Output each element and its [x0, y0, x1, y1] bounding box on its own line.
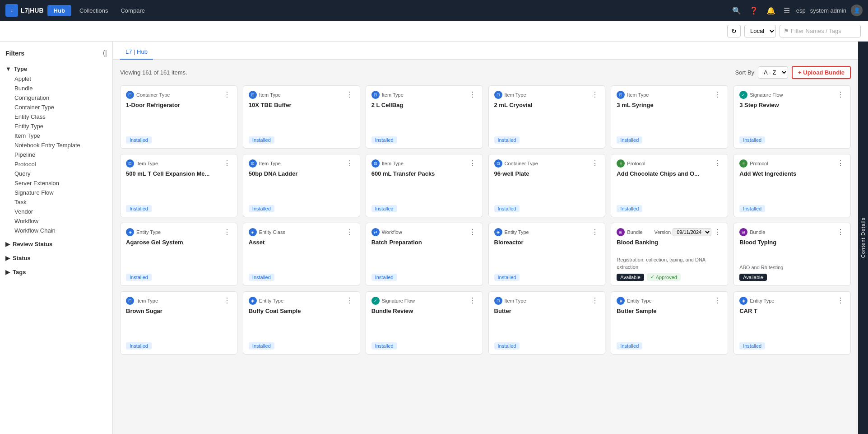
filter-item-applet[interactable]: Applet: [5, 74, 107, 84]
card-title: 2 L CellBag: [371, 102, 477, 134]
card-desc: Registration, collection, typing, and DN…: [617, 257, 722, 271]
installed-badge: Installed: [617, 205, 642, 212]
card-title: Agarose Gel System: [126, 239, 232, 271]
card-type-label: Entity Type: [259, 298, 283, 303]
card-menu-button[interactable]: ⋮: [713, 296, 722, 305]
card-menu-button[interactable]: ⋮: [836, 90, 845, 99]
card-type-label: Signature Flow: [750, 92, 783, 98]
filter-type-header[interactable]: ▼ Type: [5, 64, 107, 74]
card-menu-button[interactable]: ⋮: [590, 296, 599, 305]
avatar[interactable]: 👤: [851, 5, 863, 16]
card-menu-button[interactable]: ⋮: [345, 159, 354, 168]
available-badge: Available: [617, 274, 644, 281]
upload-bundle-button[interactable]: + Upload Bundle: [792, 66, 851, 79]
card-menu-button[interactable]: ⋮: [713, 159, 722, 168]
card-menu-button[interactable]: ⋮: [468, 159, 477, 168]
filter-item-query[interactable]: Query: [5, 169, 107, 178]
card-type: ⊡ Item Type: [371, 159, 404, 168]
card-type-label: Protocol: [627, 161, 645, 166]
filter-item-entity-class[interactable]: Entity Class: [5, 112, 107, 121]
card-footer: Installed: [494, 342, 600, 350]
logo-icon: ↓: [5, 4, 18, 17]
card-title: Butter: [494, 308, 600, 340]
card-menu-button[interactable]: ⋮: [468, 90, 477, 99]
installed-badge: Installed: [494, 136, 520, 144]
help-icon[interactable]: ❓: [747, 5, 760, 17]
filter-item-server-extension[interactable]: Server Extension: [5, 178, 107, 188]
hub-button[interactable]: Hub: [47, 5, 71, 16]
card-50bp-dna-ladder: ⊡ Item Type ⋮ 50bp DNA Ladder Installed: [243, 154, 360, 217]
filter-item-entity-type[interactable]: Entity Type: [5, 121, 107, 131]
card-type: ⊡ Item Type: [617, 91, 649, 99]
refresh-button[interactable]: ↻: [727, 25, 741, 37]
card-menu-button[interactable]: ⋮: [713, 228, 722, 236]
filter-review-header[interactable]: ▶ Review Status: [5, 239, 107, 249]
search-icon[interactable]: 🔍: [730, 5, 743, 17]
collections-button[interactable]: Collections: [75, 5, 113, 16]
card-type-label: Protocol: [750, 161, 768, 166]
filter-item-workflow-chain[interactable]: Workflow Chain: [5, 226, 107, 235]
filter-item-bundle[interactable]: Bundle: [5, 84, 107, 93]
environment-select[interactable]: Local: [744, 25, 776, 37]
bundle-icon: ⊞: [739, 228, 747, 236]
installed-badge: Installed: [371, 136, 397, 144]
card-menu-button[interactable]: ⋮: [345, 296, 354, 305]
card-menu-button[interactable]: ⋮: [836, 159, 845, 168]
card-menu-button[interactable]: ⋮: [223, 228, 232, 236]
card-title: Buffy Coat Sample: [249, 308, 354, 340]
filter-item-signature-flow[interactable]: Signature Flow: [5, 188, 107, 197]
card-menu-button[interactable]: ⋮: [223, 159, 232, 168]
item-type-icon: ⊡: [249, 159, 257, 168]
filter-item-task[interactable]: Task: [5, 197, 107, 207]
installed-badge: Installed: [249, 136, 274, 144]
card-menu-button[interactable]: ⋮: [590, 228, 599, 236]
compare-button[interactable]: Compare: [116, 5, 149, 16]
filter-item-pipeline[interactable]: Pipeline: [5, 150, 107, 159]
card-menu-button[interactable]: ⋮: [836, 228, 845, 236]
card-menu-button[interactable]: ⋮: [345, 90, 354, 99]
installed-badge: Installed: [249, 205, 274, 212]
card-add-wet-ingredients: ≡ Protocol ⋮ Add Wet Ingredients Install…: [733, 154, 851, 217]
filter-item-workflow[interactable]: Workflow: [5, 216, 107, 226]
workflow-icon: ⇄: [371, 228, 380, 236]
tab-l7hub[interactable]: L7 | Hub: [120, 45, 153, 60]
card-menu-button[interactable]: ⋮: [590, 90, 599, 99]
card-footer: Installed: [249, 274, 354, 281]
filter-status-header[interactable]: ▶ Status: [5, 253, 107, 263]
list-icon[interactable]: ☰: [782, 5, 792, 17]
content-details-panel[interactable]: Content Details: [858, 42, 868, 434]
card-type: ◈ Entity Class: [249, 228, 285, 236]
card-menu-button[interactable]: ⋮: [345, 228, 354, 236]
card-title: 3 Step Review: [739, 102, 845, 134]
card-menu-button[interactable]: ⋮: [223, 90, 232, 99]
filter-item-item-type[interactable]: Item Type: [5, 131, 107, 140]
sort-select[interactable]: A - Z: [758, 66, 788, 79]
card-type-label: Container Type: [505, 161, 538, 166]
notification-icon[interactable]: 🔔: [765, 5, 777, 17]
item-type-icon: ⊡: [371, 91, 380, 99]
filter-item-vendor[interactable]: Vendor: [5, 207, 107, 216]
filter-item-container-type[interactable]: Container Type: [5, 103, 107, 112]
card-menu-button[interactable]: ⋮: [468, 228, 477, 236]
card-menu-button[interactable]: ⋮: [713, 90, 722, 99]
card-footer: Installed: [739, 136, 845, 144]
card-title: 2 mL Cryovial: [494, 102, 600, 134]
card-header: ◈ Entity Type ⋮: [617, 296, 722, 305]
card-menu-button[interactable]: ⋮: [836, 296, 845, 305]
installed-badge: Installed: [249, 274, 274, 281]
filter-item-configuration[interactable]: Configuration: [5, 93, 107, 103]
filter-item-notebook-entry[interactable]: Notebook Entry Template: [5, 140, 107, 150]
card-menu-button[interactable]: ⋮: [468, 296, 477, 305]
version-select[interactable]: 09/11/2024: [673, 228, 711, 236]
card-header: ⊡ Item Type ⋮: [494, 90, 600, 99]
available-badge: Available: [739, 274, 766, 281]
card-header: ⊡ Item Type ⋮: [249, 159, 354, 168]
card-menu-button[interactable]: ⋮: [590, 159, 599, 168]
card-butter: ⊡ Item Type ⋮ Butter Installed: [488, 291, 606, 355]
card-menu-button[interactable]: ⋮: [223, 296, 232, 305]
card-header: ⊡ Container Type ⋮: [494, 159, 600, 168]
filter-item-protocol[interactable]: Protocol: [5, 159, 107, 169]
card-type: ≡ Protocol: [617, 159, 645, 168]
filter-tags-header[interactable]: ▶ Tags: [5, 267, 107, 277]
sidebar-collapse-button[interactable]: ⟨|: [102, 49, 107, 57]
